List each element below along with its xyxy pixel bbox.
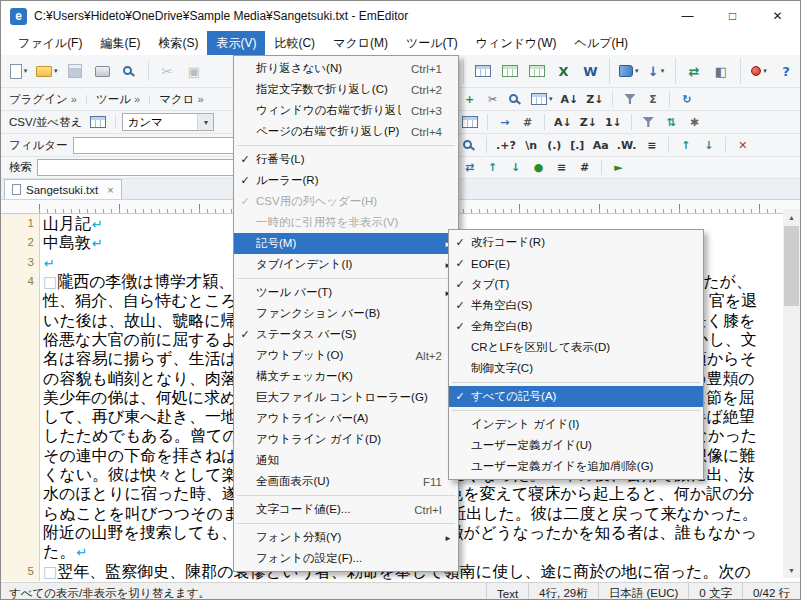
add-button[interactable]: + [459,89,480,109]
html-bar-button[interactable] [470,58,495,84]
minimize-button[interactable]: — [665,1,710,31]
apply-filter-button[interactable] [459,135,480,155]
multiline-button[interactable]: ≡ [641,135,662,155]
editor-text[interactable]: 山月記↵ [40,214,103,233]
scroll-down-icon[interactable]: ▼ [783,562,800,578]
sort-za-button[interactable]: Z↓ [577,112,600,132]
refresh-button[interactable]: ↻ [676,89,697,109]
view-menu-item[interactable]: ✓ルーラー(R) [234,170,458,191]
record-macro-button[interactable]: ▾ [747,58,772,84]
symbols-menu-item[interactable]: 制御文字(C) [449,358,703,379]
encoding-button[interactable]: ▾ [616,58,642,84]
chevron-icon[interactable]: » [71,93,77,105]
view-menu-item[interactable]: フォントの設定(F)... [234,548,458,569]
delimiter-combo[interactable]: カンマ▾ [122,113,214,131]
view-menu-item[interactable]: アウトライン バー(A) [234,408,458,429]
print-button[interactable] [90,58,115,84]
menubar-item[interactable]: ヘルプ(H) [566,31,638,55]
view-menu-item[interactable]: 文字コード値(E)...Ctrl+I [234,499,458,520]
open-file-button[interactable]: ▾ [33,58,61,84]
previous-match-button[interactable]: ↑ [675,135,696,155]
csv-settings-button[interactable]: ✱ [684,112,705,132]
search-down-button[interactable]: ↓ [505,158,526,178]
symbols-menu-item[interactable]: CRとLFを区別して表示(D) [449,337,703,358]
menubar-item[interactable]: 比較(C) [265,31,324,55]
menubar-item[interactable]: ウィンドウ(W) [467,31,566,55]
editor-text[interactable]: ↵ [40,253,55,272]
capture-group-button[interactable]: (.) [544,135,565,155]
escape-sequence-button[interactable]: \n [521,135,542,155]
find-all-list-button[interactable]: ≡ [551,158,572,178]
next-match-button[interactable]: ↓ [698,135,719,155]
whole-word-button[interactable]: .W. [614,135,640,155]
view-menu-item[interactable]: ページの右端で折り返し(P)Ctrl+4 [234,121,458,142]
menubar-item[interactable]: マクロ(M) [324,31,397,55]
view-menu-item[interactable]: ツール バー(T)► [234,282,458,303]
match-case-button[interactable]: Aa [590,135,612,155]
copy-button[interactable]: ▣ [182,58,207,84]
maximize-button[interactable]: □ [710,1,755,31]
editor-text[interactable]: た。↵ [40,542,87,561]
sort-descending-button[interactable]: Z↓ [583,89,606,109]
new-file-button[interactable]: ▾ [6,58,31,84]
snippet-button[interactable]: ✂ [482,89,503,109]
view-menu-item[interactable]: ✓行番号(L) [234,149,458,170]
scroll-up-icon[interactable]: ▲ [783,209,800,225]
csv-convert-button[interactable] [497,58,522,84]
symbols-menu-item[interactable]: ✓タブ(T) [449,274,703,295]
tab-close-icon[interactable]: × [107,184,113,196]
editor-text[interactable]: 中島敦↵ [40,233,103,252]
symbols-menu-item[interactable]: ✓半角空白(S) [449,295,703,316]
save-button[interactable] [63,58,88,84]
sum-button[interactable]: Σ [642,89,663,109]
menubar-item[interactable]: 表示(V) [207,31,265,55]
symbols-menu-item[interactable]: ✓すべての記号(A) [449,386,703,407]
sort-az-button[interactable]: A↓ [551,112,575,132]
combo-dropdown-icon[interactable]: ▾ [197,114,213,130]
view-menu-item[interactable]: アウトライン ガイド(D) [234,429,458,450]
scrollbar-thumb[interactable] [784,226,799,306]
sort-numeric-button[interactable]: 1↓ [602,112,625,132]
cell-selection-button[interactable]: ▾ [528,89,556,109]
view-menu-item[interactable]: タブ/インデント(I)► [234,254,458,275]
help-button[interactable]: ? [774,58,799,84]
heading-row-button[interactable] [459,112,481,132]
view-menu-item[interactable]: ✓CSV用の列ヘッダー(H) [234,191,458,212]
vertical-scrollbar[interactable]: ▲ ▼ [783,209,800,578]
view-menu-item[interactable]: 巨大ファイル コントローラー(G) [234,387,458,408]
chevron-icon[interactable]: » [197,93,203,105]
next-column-button[interactable]: → [494,112,515,132]
regex-filter-button[interactable]: .+? [493,135,519,155]
view-menu-item[interactable]: 全画面表示(U)F11 [234,471,458,492]
csv-mode-button[interactable] [87,112,109,132]
view-menu-item[interactable]: ファンクション バー(B) [234,303,458,324]
word-export-button[interactable]: W [578,58,603,84]
view-menu-item[interactable]: 構文チェッカー(K) [234,366,458,387]
view-menu-item[interactable]: 記号(M)► [234,233,458,254]
view-menu-item[interactable]: 折り返さない(N)Ctrl+1 [234,58,458,79]
view-menu-item[interactable]: フォント分類(Y)► [234,527,458,548]
symbols-menu-item[interactable]: ✓全角空白(B) [449,316,703,337]
reverse-order-button[interactable]: ⇅ [661,112,682,132]
zoom-button[interactable] [505,89,526,109]
split-window-button[interactable]: ◧ [709,58,734,84]
csv-options-button[interactable] [524,58,549,84]
menubar-item[interactable]: ファイル(F) [9,31,91,55]
view-menu-item[interactable]: ウィンドウの右端で折り返し(W)Ctrl+3 [234,100,458,121]
highlight-all-button[interactable]: ● [528,158,549,178]
tab-sangetsuki[interactable]: Sangetsuki.txt × [4,179,122,199]
view-menu-item[interactable]: 一時的に引用符を非表示(V) [234,212,458,233]
view-menu-item[interactable]: 指定文字数で折り返し(C)Ctrl+2 [234,79,458,100]
search-up-button[interactable]: ↑ [482,158,503,178]
view-menu-item[interactable]: 通知 [234,450,458,471]
menubar-item[interactable]: 検索(S) [149,31,207,55]
menubar-item[interactable]: 編集(E) [91,31,149,55]
cut-button[interactable]: ✂ [155,58,180,84]
csv-filter-button[interactable] [638,112,659,132]
count-matches-button[interactable]: # [574,158,595,178]
character-class-button[interactable]: [.] [567,135,588,155]
excel-export-button[interactable]: X [551,58,576,84]
view-menu-item[interactable]: アウトプット(O)Alt+2 [234,345,458,366]
symbols-menu-item[interactable]: ユーザー定義ガイドを追加/削除(G) [449,456,703,477]
sort-ascending-button[interactable]: A↓ [558,89,582,109]
